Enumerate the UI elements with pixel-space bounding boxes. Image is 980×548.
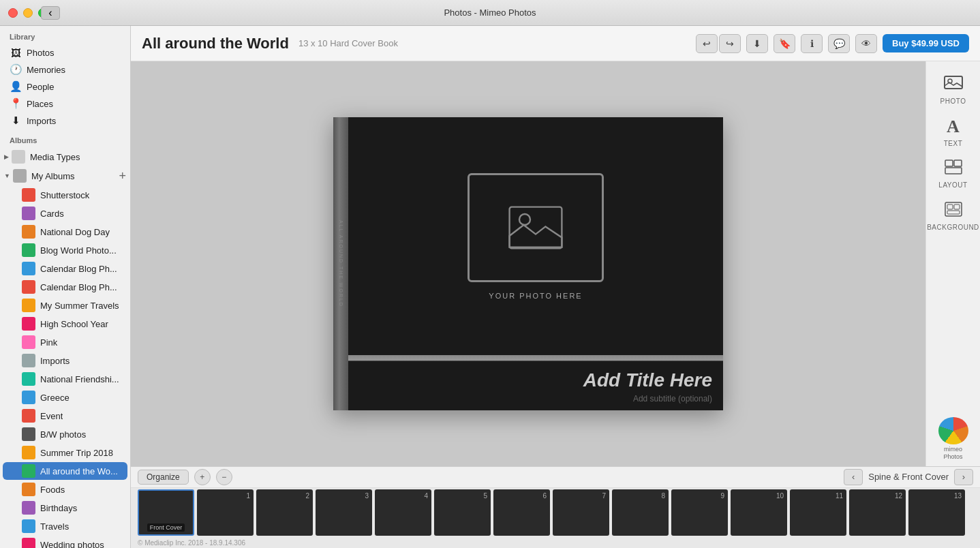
sidebar-item-photos[interactable]: 🖼 Photos — [3, 44, 127, 61]
sidebar-album-item-imports[interactable]: Imports — [3, 352, 127, 369]
filmstrip-item-p13[interactable]: 13 — [908, 489, 965, 536]
undo-redo-group: ↩ ↪ — [696, 34, 741, 53]
album-label-wedding-photos: Wedding photos — [40, 540, 104, 549]
svg-rect-6 — [945, 168, 962, 174]
filmstrip-item-p6[interactable]: 6 — [493, 489, 550, 536]
media-types-header[interactable]: ▶ Media Types — [0, 147, 130, 166]
photo-placeholder-label: YOUR PHOTO HERE — [489, 292, 582, 300]
add-album-button[interactable]: + — [119, 170, 126, 182]
sidebar-album-item-wedding-photos[interactable]: Wedding photos — [3, 536, 127, 548]
filmstrip-page-num-p12: 12 — [895, 492, 902, 500]
back-button[interactable]: ‹ — [41, 6, 60, 20]
panel-photo-label: PHOTO — [940, 97, 966, 105]
sidebar-album-item-event[interactable]: Event — [3, 407, 127, 425]
photo-placeholder[interactable] — [468, 173, 604, 282]
filmstrip-item-p5[interactable]: 5 — [434, 489, 491, 536]
people-icon: 👤 — [10, 80, 22, 93]
minimize-button[interactable] — [23, 8, 33, 18]
filmstrip-item-p4[interactable]: 4 — [375, 489, 431, 536]
filmstrip-item-front-cover[interactable]: Front Cover — [138, 489, 194, 536]
album-thumb-wedding-photos — [22, 538, 35, 548]
sidebar-album-item-birthdays[interactable]: Birthdays — [3, 499, 127, 517]
sidebar-album-item-travels[interactable]: Travels — [3, 517, 127, 535]
svg-rect-8 — [947, 204, 953, 209]
book-title-area[interactable]: Add Title Here Add subtitle (optional) — [348, 361, 723, 410]
book-cover-title[interactable]: Add Title Here — [359, 369, 712, 391]
my-albums-group: ▼ My Albums + ShutterstockCardsNational … — [0, 166, 130, 548]
sidebar-album-item-national-dog-day[interactable]: National Dog Day — [3, 223, 127, 241]
redo-button[interactable]: ↪ — [719, 34, 741, 53]
album-thumb-all-around-world — [22, 464, 35, 478]
book-cover-subtitle[interactable]: Add subtitle (optional) — [359, 394, 712, 404]
next-page-button[interactable]: › — [954, 469, 973, 485]
filmstrip-item-p8[interactable]: 8 — [612, 489, 669, 536]
filmstrip-page-num-p11: 11 — [836, 492, 843, 500]
sidebar-album-item-bw-photos[interactable]: B/W photos — [3, 425, 127, 443]
zoom-in-button[interactable]: + — [194, 469, 211, 485]
sidebar-album-item-high-school-year[interactable]: High School Year — [3, 315, 127, 333]
prev-page-button[interactable]: ‹ — [844, 469, 863, 485]
album-label-travels: Travels — [40, 521, 69, 532]
album-thumb-my-summer-travels — [22, 299, 35, 312]
sidebar-album-item-summer-trip-2018[interactable]: Summer Trip 2018 — [3, 444, 127, 461]
comment-button[interactable]: 💬 — [828, 34, 850, 53]
filmstrip-item-p1[interactable]: 1 — [197, 489, 254, 536]
album-thumb-national-friendship — [22, 372, 35, 386]
sidebar-album-item-shutterstock[interactable]: Shutterstock — [3, 186, 127, 204]
filmstrip-item-p10[interactable]: 10 — [731, 489, 787, 536]
panel-layout-label: LAYOUT — [938, 181, 967, 189]
sidebar-album-item-greece[interactable]: Greece — [3, 389, 127, 406]
album-thumb-cards — [22, 207, 35, 220]
mimeo-circle-icon — [938, 417, 968, 444]
panel-text-label: TEXT — [944, 140, 963, 147]
sidebar-item-imports[interactable]: ⬇ Imports — [3, 112, 127, 129]
book-bottom-strip — [348, 355, 723, 361]
app-body: Library 🖼 Photos 🕐 Memories 👤 People 📍 P… — [0, 26, 980, 548]
filmstrip-page-num-p13: 13 — [954, 492, 962, 500]
zoom-out-button[interactable]: − — [216, 469, 232, 485]
photo-placeholder-icon — [508, 200, 563, 255]
memories-label: Memories — [27, 65, 65, 75]
sidebar-album-item-calendar-blog-ph2[interactable]: Calendar Blog Ph... — [3, 278, 127, 296]
panel-background-icon — [945, 202, 962, 221]
sidebar-album-item-cards[interactable]: Cards — [3, 204, 127, 222]
sidebar-album-item-my-summer-travels[interactable]: My Summer Travels — [3, 296, 127, 314]
download-button[interactable]: ⬇ — [746, 34, 768, 53]
right-panel-layout[interactable]: LAYOUT — [932, 154, 975, 194]
filmstrip-item-p2[interactable]: 2 — [256, 489, 313, 536]
imports-icon: ⬇ — [10, 115, 22, 127]
filmstrip-item-p3[interactable]: 3 — [316, 489, 372, 536]
right-panel-text[interactable]: A TEXT — [932, 112, 975, 151]
sidebar-album-item-national-friendship[interactable]: National Friendshi... — [3, 370, 127, 388]
sidebar-album-item-all-around-world[interactable]: All around the Wo... — [3, 462, 127, 480]
sidebar-item-memories[interactable]: 🕐 Memories — [3, 61, 127, 78]
buy-button[interactable]: Buy $49.99 USD — [883, 34, 969, 52]
page-location: Spine & Front Cover — [868, 472, 949, 482]
sidebar-album-item-blog-world-photo[interactable]: Blog World Photo... — [3, 241, 127, 259]
preview-button[interactable]: 👁 — [855, 34, 877, 53]
album-label-calendar-blog-ph2: Calendar Blog Ph... — [40, 282, 117, 292]
right-panel-photo[interactable]: PHOTO — [932, 70, 975, 109]
filmstrip-item-p12[interactable]: 12 — [849, 489, 906, 536]
sidebar-album-item-pink[interactable]: Pink — [3, 333, 127, 351]
sidebar-item-places[interactable]: 📍 Places — [3, 95, 127, 112]
organize-button[interactable]: Organize — [138, 470, 189, 485]
filmstrip-page-num-p7: 7 — [602, 492, 606, 500]
undo-button[interactable]: ↩ — [696, 34, 718, 53]
close-button[interactable] — [8, 8, 18, 18]
sidebar-album-item-calendar-blog-ph1[interactable]: Calendar Blog Ph... — [3, 260, 127, 277]
photos-icon: 🖼 — [10, 46, 22, 59]
filmstrip-item-p7[interactable]: 7 — [553, 489, 609, 536]
filmstrip-item-p9[interactable]: 9 — [671, 489, 728, 536]
filmstrip-item-p11[interactable]: 11 — [790, 489, 846, 536]
bookmark-button[interactable]: 🔖 — [774, 34, 795, 53]
info-button[interactable]: ℹ — [801, 34, 823, 53]
my-albums-chevron: ▼ — [4, 172, 10, 179]
sidebar-item-people[interactable]: 👤 People — [3, 78, 127, 95]
right-panel-background[interactable]: BACKGROUND — [932, 196, 975, 236]
download-icon: ⬇ — [753, 38, 761, 49]
back-icon: ‹ — [48, 7, 52, 19]
photo-area[interactable]: YOUR PHOTO HERE — [348, 117, 723, 355]
sidebar-album-item-foods[interactable]: Foods — [3, 481, 127, 498]
my-albums-header[interactable]: ▼ My Albums + — [0, 166, 130, 185]
